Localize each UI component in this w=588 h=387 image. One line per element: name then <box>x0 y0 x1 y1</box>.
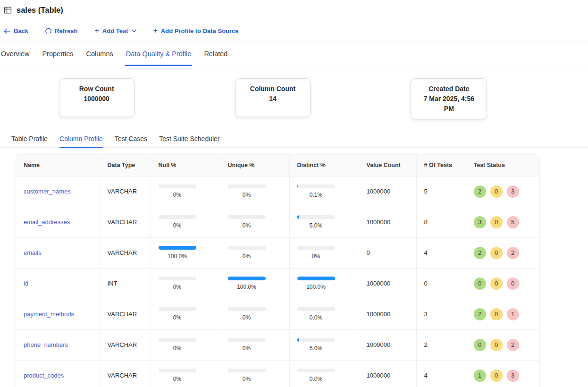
cell-unique-pct: 0% <box>220 329 289 360</box>
column-name-link[interactable]: payment_methods <box>24 311 74 318</box>
unique-progress-bar: 0% <box>228 369 266 382</box>
test-aborted-badge: 0 <box>490 185 503 198</box>
test-aborted-badge: 0 <box>490 247 503 259</box>
cell-test-count: 2 <box>416 329 466 360</box>
test-success-badge: 2 <box>474 185 486 198</box>
cell-unique-pct: 0% <box>220 299 289 329</box>
progress-label: 0% <box>228 314 266 321</box>
column-name-link[interactable]: customer_names <box>24 188 71 195</box>
column-name-link[interactable]: phone_numbers <box>24 341 68 348</box>
column-name-link[interactable]: emails <box>24 249 42 256</box>
test-status-group: 305 <box>474 216 540 228</box>
unique-progress-bar: 0% <box>228 185 266 198</box>
progress-track <box>297 215 335 219</box>
back-button[interactable]: Back <box>4 27 28 34</box>
column-name-link[interactable]: email_addresses <box>24 219 70 226</box>
cell-null-pct: 0% <box>151 268 220 299</box>
subtab-column-profile[interactable]: Column Profile <box>59 130 103 147</box>
progress-track <box>159 338 196 342</box>
test-failed-badge: 5 <box>507 216 519 228</box>
test-status-group: 002 <box>474 339 540 351</box>
cell-test-count: 3 <box>416 299 466 329</box>
column-name-link[interactable]: product_codes <box>24 372 64 379</box>
progress-label: 0% <box>159 314 196 321</box>
cell-distinct-pct: 0.0% <box>289 360 359 387</box>
progress-track <box>228 215 266 219</box>
test-success-badge: 3 <box>474 216 486 228</box>
progress-fill <box>297 215 299 219</box>
cell-unique-pct: 0% <box>220 237 289 268</box>
cell-data-type: VARCHAR <box>100 329 151 360</box>
summary-card-column-count: Column Count14 <box>235 78 311 117</box>
card-column: Row Count1000000 <box>8 78 185 117</box>
column-name-link[interactable]: id <box>24 280 28 287</box>
unique-progress-bar: 0% <box>228 215 266 229</box>
progress-track <box>159 215 196 219</box>
cell-data-type: VARCHAR <box>100 207 151 237</box>
cell-value-count: 0 <box>359 237 416 268</box>
main-tabs: OverviewPropertiesColumnsData Quality & … <box>0 42 588 66</box>
cell-data-type: VARCHAR <box>100 176 151 207</box>
progress-track <box>159 246 196 250</box>
chevron-down-icon <box>132 29 136 33</box>
cell-test-status: 000 <box>466 268 540 299</box>
table-row: phone_numbersVARCHAR0%0%5.0%10000002002 <box>16 329 540 360</box>
plus-icon: + <box>153 27 158 34</box>
add-profile-button[interactable]: + Add Profile to Data Source <box>153 27 239 34</box>
tab-data-quality-profile[interactable]: Data Quality & Profile <box>126 42 192 66</box>
cell-name: id <box>16 268 100 299</box>
refresh-icon <box>45 28 51 34</box>
add-test-label: Add Test <box>102 27 128 34</box>
progress-label: 0% <box>228 345 266 352</box>
progress-label: 0% <box>159 192 196 198</box>
entity-header: sales (Table) <box>0 0 588 20</box>
add-test-button[interactable]: + Add Test <box>95 27 136 34</box>
cell-test-count: 4 <box>416 360 466 387</box>
refresh-label: Refresh <box>55 27 77 34</box>
test-status-group: 201 <box>474 308 540 320</box>
table-header-row: NameData TypeNull %Unique %Distinct %Val… <box>16 155 540 176</box>
cell-test-count: 8 <box>416 207 466 237</box>
progress-label: 100.0% <box>228 284 266 290</box>
cell-name: phone_numbers <box>16 329 100 360</box>
card-column: Created Date7 Mar 2025, 4:56 PM <box>361 78 537 119</box>
back-label: Back <box>14 27 28 34</box>
subtab-table-profile[interactable]: Table Profile <box>11 130 48 147</box>
refresh-button[interactable]: Refresh <box>45 27 77 34</box>
test-success-badge: 0 <box>474 278 486 290</box>
card-label: Row Count <box>68 84 126 94</box>
page: sales (Table) Back Refresh + Add Test <box>0 0 588 387</box>
cell-null-pct: 0% <box>151 176 220 207</box>
progress-track <box>297 277 335 280</box>
test-aborted-badge: 0 <box>490 308 503 320</box>
tab-columns[interactable]: Columns <box>86 42 113 66</box>
distinct-progress-bar: 100.0% <box>297 277 335 290</box>
test-aborted-badge: 0 <box>490 339 503 351</box>
card-column: Column Count14 <box>185 78 361 117</box>
tab-properties[interactable]: Properties <box>42 42 73 66</box>
tab-related[interactable]: Related <box>204 42 227 66</box>
cell-distinct-pct: 5.0% <box>289 329 359 360</box>
progress-label: 0% <box>159 376 196 382</box>
subtab-test-cases[interactable]: Test Cases <box>115 130 147 147</box>
test-failed-badge: 2 <box>507 339 519 351</box>
cell-test-count: 5 <box>416 176 466 207</box>
summary-card-created-date: Created Date7 Mar 2025, 4:56 PM <box>411 78 487 119</box>
progress-track <box>297 246 335 250</box>
tab-overview[interactable]: Overview <box>1 42 29 66</box>
test-success-badge: 2 <box>474 308 486 320</box>
progress-track <box>297 369 335 372</box>
card-value: 1000000 <box>68 94 126 104</box>
subtab-test-suite-scheduler[interactable]: Test Suite Scheduler <box>159 130 219 147</box>
progress-label: 100.0% <box>297 284 335 290</box>
cell-test-status: 201 <box>466 299 540 329</box>
distinct-progress-bar: 0.0% <box>297 307 335 321</box>
progress-track <box>228 369 266 372</box>
cell-data-type: INT <box>100 268 151 299</box>
column-header-null: Null % <box>151 155 220 176</box>
card-value: 7 Mar 2025, 4:56 PM <box>420 94 478 114</box>
column-header-data-type: Data Type <box>100 155 151 176</box>
cell-distinct-pct: 0% <box>289 237 359 268</box>
column-profile-table: NameData TypeNull %Unique %Distinct %Val… <box>16 154 540 387</box>
cell-unique-pct: 0% <box>220 176 289 207</box>
